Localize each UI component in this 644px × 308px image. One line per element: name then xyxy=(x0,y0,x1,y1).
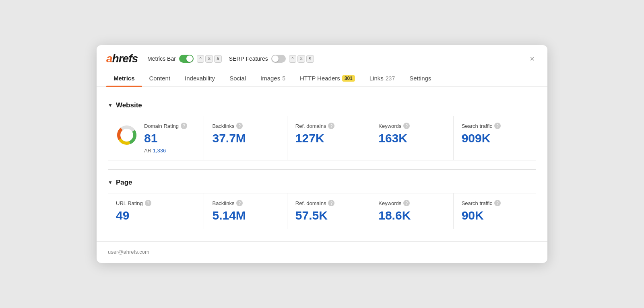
domain-rating-help-icon[interactable]: ? xyxy=(181,123,187,129)
donut-chart xyxy=(116,124,138,148)
website-section: ▼ Website xyxy=(108,95,536,160)
metrics-bar-label: Metrics Bar xyxy=(147,55,176,62)
metrics-bar-kbd: ⌃ ⌘ A xyxy=(197,55,222,63)
page-ref-domains-value: 57.5K xyxy=(295,209,362,222)
page-search-traffic-cell: Search traffic ? 90K xyxy=(454,193,536,229)
page-metrics-row: URL Rating ? 49 Backlinks ? 5.14M xyxy=(108,193,536,229)
metrics-bar-control: Metrics Bar ⌃ ⌘ A xyxy=(147,55,222,63)
website-backlinks-label: Backlinks ? xyxy=(212,123,279,129)
serp-toggle-knob xyxy=(272,55,279,62)
logo: a hrefs xyxy=(106,52,138,65)
page-keywords-help-icon[interactable]: ? xyxy=(403,200,410,206)
header-controls: Metrics Bar ⌃ ⌘ A SERP Features ⌃ ⌘ xyxy=(147,55,526,63)
serp-kbd-ctrl: ⌃ xyxy=(289,55,297,63)
logo-hrefs: hrefs xyxy=(112,52,138,65)
page-backlinks-help-icon[interactable]: ? xyxy=(236,200,243,206)
user-email: user@ahrefs.com xyxy=(108,249,149,255)
page-backlinks-label: Backlinks ? xyxy=(212,200,279,206)
page-keywords-label: Keywords ? xyxy=(378,200,445,206)
website-section-title: Website xyxy=(116,101,142,109)
footer: user@ahrefs.com xyxy=(97,241,547,263)
url-rating-label: URL Rating ? xyxy=(116,200,196,206)
close-button[interactable]: × xyxy=(526,53,538,65)
page-search-traffic-help-icon[interactable]: ? xyxy=(494,200,501,206)
page-ref-domains-cell: Ref. domains ? 57.5K xyxy=(287,193,370,229)
website-ref-domains-help-icon[interactable]: ? xyxy=(328,123,334,129)
url-rating-help-icon[interactable]: ? xyxy=(145,200,151,206)
serp-kbd-cmd: ⌘ xyxy=(297,55,305,63)
toggle-knob xyxy=(186,55,193,62)
ar-value-link[interactable]: 1,336 xyxy=(153,148,166,154)
url-rating-cell: URL Rating ? 49 xyxy=(108,193,204,229)
content-area: ▼ Website xyxy=(97,87,547,232)
website-search-traffic-label: Search traffic ? xyxy=(462,123,528,129)
page-section: ▼ Page URL Rating ? 49 Backlinks ? xyxy=(108,179,536,232)
website-keywords-help-icon[interactable]: ? xyxy=(403,123,410,129)
page-backlinks-cell: Backlinks ? 5.14M xyxy=(204,193,287,229)
page-collapse-arrow[interactable]: ▼ xyxy=(108,180,113,185)
serp-features-control: SERP Features ⌃ ⌘ S xyxy=(229,55,314,63)
page-keywords-cell: Keywords ? 18.6K xyxy=(370,193,453,229)
tab-http-headers[interactable]: HTTP Headers 301 xyxy=(293,70,362,86)
page-section-title: Page xyxy=(116,179,132,187)
website-metrics-row: Domain Rating ? 81 AR 1,336 Backlinks xyxy=(108,116,536,160)
kbd-a: A xyxy=(214,55,222,63)
website-ref-domains-value: 127K xyxy=(295,131,362,145)
tab-content[interactable]: Content xyxy=(142,70,178,86)
website-backlinks-help-icon[interactable]: ? xyxy=(236,123,243,129)
website-search-traffic-help-icon[interactable]: ? xyxy=(494,123,501,129)
website-ref-domains-cell: Ref. domains ? 127K xyxy=(287,116,370,160)
kbd-cmd: ⌘ xyxy=(205,55,213,63)
page-ref-domains-help-icon[interactable]: ? xyxy=(328,200,334,206)
metrics-bar-toggle[interactable] xyxy=(179,55,194,63)
website-ref-domains-label: Ref. domains ? xyxy=(295,123,362,129)
section-separator xyxy=(108,169,536,170)
website-collapse-arrow[interactable]: ▼ xyxy=(108,103,113,108)
tab-links[interactable]: Links 237 xyxy=(362,70,402,86)
serp-features-label: SERP Features xyxy=(229,55,268,62)
serp-kbd: ⌃ ⌘ S xyxy=(289,55,314,63)
page-search-traffic-label: Search traffic ? xyxy=(462,200,528,206)
tab-images[interactable]: Images 5 xyxy=(253,70,293,86)
tab-social[interactable]: Social xyxy=(222,70,253,86)
domain-rating-value: 81 xyxy=(144,131,196,145)
website-keywords-cell: Keywords ? 163K xyxy=(370,116,453,160)
main-panel: a hrefs Metrics Bar ⌃ ⌘ A SERP Features xyxy=(97,45,547,263)
website-section-header: ▼ Website xyxy=(108,95,536,109)
website-search-traffic-value: 909K xyxy=(462,131,528,145)
header: a hrefs Metrics Bar ⌃ ⌘ A SERP Features xyxy=(97,45,547,70)
logo-a: a xyxy=(106,52,112,65)
tab-metrics[interactable]: Metrics xyxy=(106,70,142,86)
website-keywords-label: Keywords ? xyxy=(378,123,445,129)
dr-info: Domain Rating ? 81 AR 1,336 xyxy=(144,123,196,154)
tabs-bar: Metrics Content Indexability Social Imag… xyxy=(97,70,547,87)
domain-rating-cell: Domain Rating ? 81 AR 1,336 xyxy=(108,116,204,160)
page-keywords-value: 18.6K xyxy=(378,209,445,222)
serp-kbd-s: S xyxy=(306,55,314,63)
website-backlinks-value: 37.7M xyxy=(212,131,279,145)
page-backlinks-value: 5.14M xyxy=(212,209,279,222)
tab-settings[interactable]: Settings xyxy=(402,70,438,86)
page-section-header: ▼ Page xyxy=(108,179,536,187)
donut-svg xyxy=(116,124,138,146)
website-search-traffic-cell: Search traffic ? 909K xyxy=(454,116,536,160)
tab-indexability[interactable]: Indexability xyxy=(178,70,222,86)
url-rating-value: 49 xyxy=(116,209,196,222)
website-keywords-value: 163K xyxy=(378,131,445,145)
kbd-ctrl: ⌃ xyxy=(197,55,204,63)
serp-features-toggle[interactable] xyxy=(271,55,286,63)
domain-rating-label: Domain Rating ? xyxy=(144,123,196,129)
page-search-traffic-value: 90K xyxy=(462,209,528,222)
domain-rating-ar: AR 1,336 xyxy=(144,148,196,154)
page-ref-domains-label: Ref. domains ? xyxy=(295,200,362,206)
website-backlinks-cell: Backlinks ? 37.7M xyxy=(204,116,287,160)
